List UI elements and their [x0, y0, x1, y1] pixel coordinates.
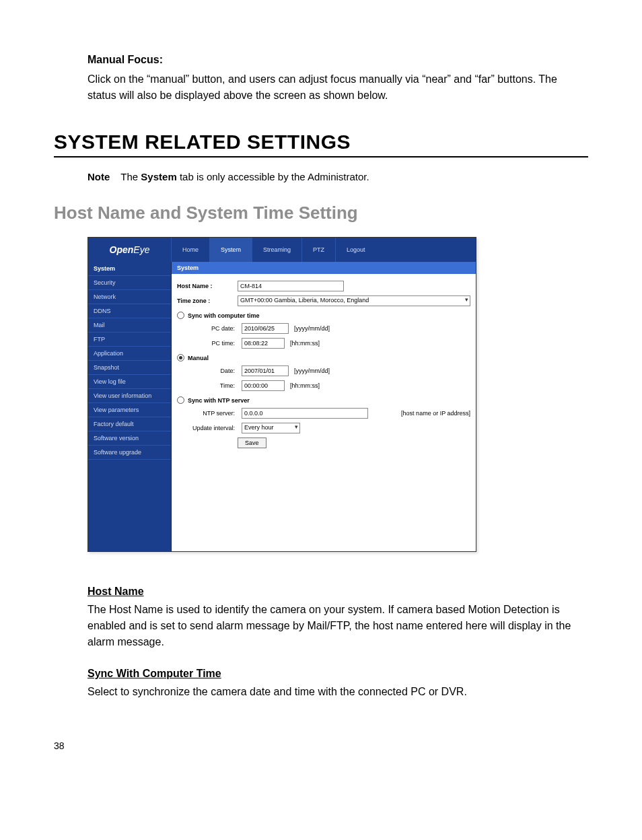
save-button[interactable]: Save [238, 438, 266, 448]
manual-time-input[interactable] [242, 380, 285, 391]
manual-focus-text: Click on the “manual” button, and users … [87, 71, 588, 104]
sidebar-item-view-user-info[interactable]: View user information [88, 389, 171, 403]
logo: OpenEye [88, 238, 172, 262]
tab-ptz[interactable]: PTZ [302, 238, 336, 262]
pc-date-input[interactable] [242, 323, 289, 334]
pc-time-label: PC time: [201, 340, 239, 347]
note-bold: System [141, 171, 176, 182]
update-interval-select[interactable]: Every hour [242, 423, 300, 433]
tab-logout[interactable]: Logout [336, 238, 376, 262]
pc-time-input[interactable] [242, 338, 285, 349]
sync-section-heading: Sync With Computer Time [87, 668, 588, 680]
ntp-server-hint: [host name or IP address] [401, 410, 470, 417]
sidebar-item-ftp[interactable]: FTP [88, 332, 171, 347]
radio-manual[interactable] [177, 354, 184, 361]
note-text: The System tab is only accessible by the… [120, 171, 369, 182]
ui-header: OpenEye Home System Streaming PTZ Logout [88, 238, 476, 262]
pc-date-label: PC date: [201, 325, 239, 332]
ui-screenshot: OpenEye Home System Streaming PTZ Logout… [87, 237, 476, 552]
top-tabs: Home System Streaming PTZ Logout [172, 238, 476, 262]
ntp-server-input[interactable] [242, 408, 368, 419]
section-rule [54, 156, 588, 158]
hostname-section-text: The Host Name is used to identify the ca… [87, 602, 588, 650]
tab-system[interactable]: System [210, 238, 252, 262]
sidebar-item-snapshot[interactable]: Snapshot [88, 361, 171, 375]
sidebar-item-view-log[interactable]: View log file [88, 375, 171, 389]
hostname-section-heading: Host Name [87, 586, 588, 598]
radio-sync-ntp-label: Sync with NTP server [188, 397, 250, 404]
radio-sync-pc-label: Sync with computer time [188, 312, 260, 319]
sidebar-item-software-upgrade[interactable]: Software upgrade [88, 446, 171, 460]
manual-date-hint: [yyyy/mm/dd] [294, 368, 330, 374]
timezone-label: Time zone : [177, 298, 235, 304]
sidebar-item-application[interactable]: Application [88, 347, 171, 361]
logo-thin: Eye [133, 244, 149, 255]
sidebar-item-security[interactable]: Security [88, 276, 171, 290]
manual-date-input[interactable] [242, 365, 289, 376]
manual-focus-heading: Manual Focus: [87, 54, 588, 66]
note-post: tab is only accessible by the Administra… [177, 171, 369, 182]
note-label: Note [87, 171, 110, 182]
sidebar: System Security Network DDNS Mail FTP Ap… [88, 262, 172, 551]
main-panel: System Host Name : Time zone : GMT+00:00… [172, 262, 476, 551]
hostname-label: Host Name : [177, 283, 235, 289]
sync-section-text: Select to synchronize the camera date an… [87, 684, 588, 700]
tab-home[interactable]: Home [172, 238, 210, 262]
sidebar-item-network[interactable]: Network [88, 290, 171, 304]
radio-sync-ntp[interactable] [177, 396, 184, 404]
timezone-select[interactable]: GMT+00:00 Gambia, Liberia, Morocco, Engl… [238, 295, 470, 306]
manual-date-label: Date: [201, 368, 239, 374]
sidebar-item-system[interactable]: System [88, 262, 171, 276]
manual-time-label: Time: [201, 382, 239, 389]
radio-manual-label: Manual [188, 355, 209, 361]
hostname-input[interactable] [238, 281, 344, 291]
sidebar-item-ddns[interactable]: DDNS [88, 304, 171, 318]
sidebar-item-mail[interactable]: Mail [88, 318, 171, 332]
sidebar-item-software-version[interactable]: Software version [88, 431, 171, 446]
section-heading: SYSTEM RELATED SETTINGS [54, 131, 588, 153]
update-interval-label: Update interval: [188, 425, 239, 431]
subsection-heading: Host Name and System Time Setting [54, 203, 588, 223]
page-number: 38 [54, 740, 588, 751]
sidebar-item-factory-default[interactable]: Factory default [88, 417, 171, 431]
pc-date-hint: [yyyy/mm/dd] [294, 325, 330, 332]
note-pre: The [120, 171, 141, 182]
radio-sync-pc[interactable] [177, 312, 184, 319]
ntp-server-label: NTP server: [188, 410, 239, 417]
panel-title: System [172, 262, 476, 274]
sidebar-item-view-parameters[interactable]: View parameters [88, 403, 171, 417]
logo-bold: Open [110, 244, 134, 255]
pc-time-hint: [hh:mm:ss] [290, 340, 320, 347]
tab-streaming[interactable]: Streaming [252, 238, 302, 262]
manual-time-hint: [hh:mm:ss] [290, 382, 320, 389]
